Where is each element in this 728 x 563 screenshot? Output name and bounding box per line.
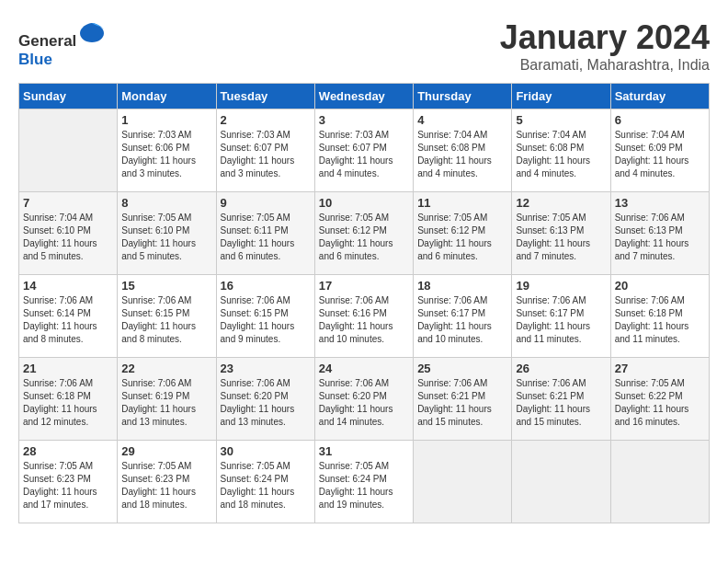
day-number: 17 (319, 279, 409, 293)
day-number: 14 (23, 279, 113, 293)
calendar-cell: 19Sunrise: 7:06 AMSunset: 6:17 PMDayligh… (512, 275, 610, 358)
day-number: 13 (615, 196, 705, 210)
day-number: 4 (417, 113, 507, 127)
day-info: Sunrise: 7:05 AMSunset: 6:10 PMDaylight:… (121, 212, 211, 263)
calendar-cell (19, 109, 118, 192)
calendar-cell: 30Sunrise: 7:05 AMSunset: 6:24 PMDayligh… (216, 441, 314, 523)
day-info: Sunrise: 7:06 AMSunset: 6:18 PMDaylight:… (23, 377, 113, 429)
calendar-cell: 28Sunrise: 7:05 AMSunset: 6:23 PMDayligh… (19, 441, 118, 523)
day-number: 28 (23, 444, 113, 458)
calendar-cell: 16Sunrise: 7:06 AMSunset: 6:15 PMDayligh… (216, 275, 314, 358)
day-info: Sunrise: 7:06 AMSunset: 6:20 PMDaylight:… (319, 377, 409, 429)
day-info: Sunrise: 7:04 AMSunset: 6:10 PMDaylight:… (23, 212, 113, 263)
calendar-cell: 3Sunrise: 7:03 AMSunset: 6:07 PMDaylight… (314, 109, 413, 192)
day-number: 29 (121, 444, 211, 458)
calendar-cell: 21Sunrise: 7:06 AMSunset: 6:18 PMDayligh… (19, 358, 118, 441)
calendar-cell: 23Sunrise: 7:06 AMSunset: 6:20 PMDayligh… (216, 358, 314, 441)
day-info: Sunrise: 7:05 AMSunset: 6:11 PMDaylight:… (221, 212, 311, 263)
calendar-table: SundayMondayTuesdayWednesdayThursdayFrid… (18, 83, 710, 523)
calendar-cell: 26Sunrise: 7:06 AMSunset: 6:21 PMDayligh… (512, 358, 610, 441)
day-info: Sunrise: 7:03 AMSunset: 6:07 PMDaylight:… (221, 129, 311, 180)
day-info: Sunrise: 7:05 AMSunset: 6:24 PMDaylight:… (221, 460, 311, 511)
calendar-cell: 5Sunrise: 7:04 AMSunset: 6:08 PMDaylight… (512, 109, 610, 192)
calendar-week-row: 7Sunrise: 7:04 AMSunset: 6:10 PMDaylight… (19, 192, 710, 275)
logo-bird-icon (78, 18, 106, 46)
calendar-cell: 25Sunrise: 7:06 AMSunset: 6:21 PMDayligh… (414, 358, 512, 441)
calendar-cell: 4Sunrise: 7:04 AMSunset: 6:08 PMDaylight… (414, 109, 512, 192)
calendar-cell: 13Sunrise: 7:06 AMSunset: 6:13 PMDayligh… (610, 192, 709, 275)
calendar-cell: 8Sunrise: 7:05 AMSunset: 6:10 PMDaylight… (118, 192, 216, 275)
day-info: Sunrise: 7:06 AMSunset: 6:14 PMDaylight:… (23, 294, 113, 346)
calendar-cell: 1Sunrise: 7:03 AMSunset: 6:06 PMDaylight… (118, 109, 216, 192)
calendar-week-row: 28Sunrise: 7:05 AMSunset: 6:23 PMDayligh… (19, 441, 710, 523)
day-info: Sunrise: 7:05 AMSunset: 6:12 PMDaylight:… (417, 212, 507, 263)
column-header-saturday: Saturday (610, 84, 709, 109)
day-number: 5 (516, 113, 606, 127)
day-number: 26 (516, 362, 606, 375)
day-number: 31 (319, 444, 409, 458)
day-number: 30 (221, 444, 311, 458)
calendar-cell: 15Sunrise: 7:06 AMSunset: 6:15 PMDayligh… (118, 275, 216, 358)
day-number: 2 (221, 113, 311, 127)
logo-general: General (18, 32, 76, 50)
column-header-tuesday: Tuesday (216, 84, 314, 109)
calendar-cell: 22Sunrise: 7:06 AMSunset: 6:19 PMDayligh… (118, 358, 216, 441)
day-number: 6 (615, 113, 705, 127)
day-number: 3 (319, 113, 409, 127)
day-number: 18 (417, 279, 507, 293)
day-info: Sunrise: 7:05 AMSunset: 6:23 PMDaylight:… (23, 460, 113, 511)
column-header-thursday: Thursday (414, 84, 512, 109)
day-info: Sunrise: 7:05 AMSunset: 6:24 PMDaylight:… (319, 460, 409, 511)
calendar-week-row: 1Sunrise: 7:03 AMSunset: 6:06 PMDaylight… (19, 109, 710, 192)
calendar-cell: 24Sunrise: 7:06 AMSunset: 6:20 PMDayligh… (314, 358, 413, 441)
calendar-cell (610, 441, 709, 523)
calendar-cell: 17Sunrise: 7:06 AMSunset: 6:16 PMDayligh… (314, 275, 413, 358)
calendar-title: January 2024 (500, 18, 710, 57)
day-info: Sunrise: 7:06 AMSunset: 6:16 PMDaylight:… (319, 294, 409, 346)
day-number: 16 (221, 279, 311, 293)
day-info: Sunrise: 7:06 AMSunset: 6:21 PMDaylight:… (516, 377, 606, 429)
day-number: 19 (516, 279, 606, 293)
day-info: Sunrise: 7:04 AMSunset: 6:08 PMDaylight:… (417, 129, 507, 180)
day-number: 12 (516, 196, 606, 210)
day-info: Sunrise: 7:05 AMSunset: 6:13 PMDaylight:… (516, 212, 606, 263)
day-number: 7 (23, 196, 113, 210)
day-number: 1 (121, 113, 211, 127)
column-header-sunday: Sunday (19, 84, 118, 109)
day-number: 8 (121, 196, 211, 210)
day-info: Sunrise: 7:06 AMSunset: 6:18 PMDaylight:… (615, 294, 705, 346)
day-number: 25 (417, 362, 507, 375)
calendar-cell: 20Sunrise: 7:06 AMSunset: 6:18 PMDayligh… (610, 275, 709, 358)
calendar-cell: 6Sunrise: 7:04 AMSunset: 6:09 PMDaylight… (610, 109, 709, 192)
calendar-cell: 29Sunrise: 7:05 AMSunset: 6:23 PMDayligh… (118, 441, 216, 523)
day-number: 22 (121, 362, 211, 375)
calendar-cell: 18Sunrise: 7:06 AMSunset: 6:17 PMDayligh… (414, 275, 512, 358)
logo-blue: Blue (18, 51, 52, 68)
calendar-cell: 27Sunrise: 7:05 AMSunset: 6:22 PMDayligh… (610, 358, 709, 441)
day-number: 10 (319, 196, 409, 210)
day-info: Sunrise: 7:05 AMSunset: 6:22 PMDaylight:… (615, 377, 705, 429)
day-info: Sunrise: 7:04 AMSunset: 6:08 PMDaylight:… (516, 129, 606, 180)
day-number: 24 (319, 362, 409, 375)
column-header-wednesday: Wednesday (314, 84, 413, 109)
day-info: Sunrise: 7:06 AMSunset: 6:15 PMDaylight:… (221, 294, 311, 346)
day-info: Sunrise: 7:03 AMSunset: 6:06 PMDaylight:… (121, 129, 211, 180)
logo: General Blue (18, 18, 106, 69)
calendar-cell: 9Sunrise: 7:05 AMSunset: 6:11 PMDaylight… (216, 192, 314, 275)
day-info: Sunrise: 7:05 AMSunset: 6:12 PMDaylight:… (319, 212, 409, 263)
day-info: Sunrise: 7:04 AMSunset: 6:09 PMDaylight:… (615, 129, 705, 180)
calendar-cell (512, 441, 610, 523)
calendar-cell: 11Sunrise: 7:05 AMSunset: 6:12 PMDayligh… (414, 192, 512, 275)
calendar-cell: 31Sunrise: 7:05 AMSunset: 6:24 PMDayligh… (314, 441, 413, 523)
title-area: January 2024 Baramati, Maharashtra, Indi… (500, 18, 710, 74)
day-number: 21 (23, 362, 113, 375)
calendar-cell: 14Sunrise: 7:06 AMSunset: 6:14 PMDayligh… (19, 275, 118, 358)
day-info: Sunrise: 7:06 AMSunset: 6:17 PMDaylight:… (417, 294, 507, 346)
column-header-friday: Friday (512, 84, 610, 109)
calendar-cell: 2Sunrise: 7:03 AMSunset: 6:07 PMDaylight… (216, 109, 314, 192)
calendar-header-row: SundayMondayTuesdayWednesdayThursdayFrid… (19, 84, 710, 109)
day-number: 9 (221, 196, 311, 210)
day-info: Sunrise: 7:06 AMSunset: 6:21 PMDaylight:… (417, 377, 507, 429)
page-header: General Blue January 2024 Baramati, Maha… (18, 18, 710, 74)
logo-text: General Blue (18, 18, 106, 69)
